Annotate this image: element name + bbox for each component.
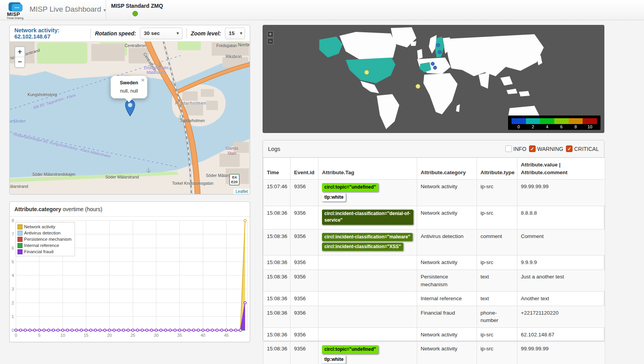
legend-label: Internal reference	[24, 243, 59, 248]
zoom-in-button[interactable]: +	[15, 47, 24, 57]
brand-dropdown[interactable]: MISP Live Dashboard▾	[30, 5, 106, 14]
rotation-speed-select[interactable]: 30 sec ▾	[140, 28, 183, 39]
zoom-level-select[interactable]: 15 ▾	[225, 28, 245, 39]
zoom-out-button[interactable]: −	[267, 38, 273, 44]
event-dot-yellow	[416, 84, 420, 89]
legend-segment	[540, 118, 554, 124]
cell-tags	[319, 292, 417, 306]
popup-subtitle: null, null	[114, 88, 144, 94]
filter-warning[interactable]: ✓ WARNING	[529, 145, 563, 152]
attribute-tag[interactable]: circl:incident-classification="denial-of…	[322, 210, 413, 225]
table-row: 15:08:36 9356 Network activity ip-src 9.…	[263, 256, 605, 270]
legend-segment	[526, 118, 540, 124]
svg-text:2: 2	[12, 301, 14, 305]
logo-word: MISP	[7, 11, 20, 17]
attribute-tag[interactable]: circl:incident-classification="malware"	[322, 233, 413, 241]
legend-segment	[583, 118, 597, 124]
log-level-filters: ✓ INFO ✓ WARNING ✓ CRITICAL	[505, 145, 599, 152]
road-badge-e4: E4	[231, 175, 238, 180]
legend-colorbar	[512, 118, 597, 124]
table-row: 15:08:36 9356 Financial fraud phone-numb…	[263, 306, 605, 327]
map-label: Gamla Stan	[223, 146, 241, 156]
legend-label: Financial fraud	[24, 249, 53, 254]
svg-text:8: 8	[12, 218, 14, 223]
cell-tags	[319, 306, 417, 327]
map-label: Riddarholmen	[175, 101, 206, 105]
cell-time: 15:08:36	[263, 342, 291, 364]
legend-item: Network activity	[17, 224, 71, 230]
map-label: Söder Mälarstrand	[105, 175, 139, 179]
cell-type: ip-src	[477, 206, 517, 229]
legend-swatch	[17, 237, 23, 242]
col-attribute-type: Attribute.type	[477, 158, 517, 180]
network-activity-map-panel: Network activity: 62.102.148.67 Rotation…	[9, 25, 250, 194]
filter-label: INFO	[513, 146, 526, 152]
cell-category: Network activity	[417, 342, 477, 364]
map-label: Centralbron	[125, 43, 146, 48]
svg-text:6: 6	[12, 246, 14, 250]
cell-tags	[319, 256, 417, 270]
cell-time: 15:08:36	[263, 270, 291, 292]
critical-checkbox[interactable]: ✓	[566, 145, 573, 152]
filter-label: CRITICAL	[574, 146, 599, 152]
anchor-icon: ⚓	[178, 115, 183, 120]
filter-info[interactable]: ✓ INFO	[505, 145, 526, 152]
table-row: 15:08:36 9356 circl:topic="undefined" tl…	[263, 342, 605, 364]
cell-event-id: 9356	[291, 270, 319, 292]
logs-panel: Logs ✓ INFO ✓ WARNING ✓ CRITICAL Time Ev…	[263, 140, 604, 341]
svg-text:20: 20	[107, 333, 112, 338]
cell-time: 15:08:36	[263, 292, 291, 306]
attribute-tag[interactable]: tlp:white	[322, 193, 346, 201]
leaflet-link[interactable]: Leaflet	[235, 189, 248, 194]
attribute-tag[interactable]: circl:topic="undefined"	[322, 183, 378, 191]
cell-value: 99.99.99.99	[517, 180, 605, 206]
cell-value: Another text	[517, 292, 605, 306]
road-badge: E4 E20	[229, 174, 240, 186]
cell-type: text	[477, 270, 517, 292]
col-event-id: Event.id	[291, 158, 319, 180]
chevron-down-icon: ▾	[177, 31, 179, 36]
map-popup: × Sweden null, null	[111, 76, 147, 98]
map-marker-icon[interactable]	[125, 99, 136, 117]
table-header-row: Time Event.id Attribute.Tag Attribute.ca…	[263, 158, 605, 180]
world-map-legend: 0 2 4 6 8 10	[508, 116, 600, 130]
warning-checkbox[interactable]: ✓	[529, 145, 536, 152]
attribute-tag[interactable]: circl:incident-classification="XSS"	[322, 243, 403, 251]
rotation-speed-label: Rotation speed:	[95, 30, 136, 37]
close-icon[interactable]: ×	[141, 77, 144, 83]
cell-time: 15:08:36	[263, 256, 291, 270]
event-dot-yellow	[365, 70, 369, 75]
map-label: Riddarfjärden	[10, 119, 26, 123]
map-label: Fredsgatan	[216, 43, 237, 48]
svg-text:45: 45	[224, 333, 229, 338]
zoom-in-button[interactable]: +	[267, 31, 273, 37]
zoom-level-value: 15	[229, 30, 235, 36]
world-map[interactable]: + − 0 2 4 6 8 10	[263, 25, 604, 133]
info-checkbox[interactable]: ✓	[505, 145, 512, 152]
cell-tags: circl:topic="undefined" tlp:white	[319, 180, 417, 206]
cell-category: Antivirus detection	[417, 229, 477, 256]
table-row: 15:08:36 9356 circl:incident-classificat…	[263, 206, 605, 229]
street-map[interactable]: Centralbron Centralbron Fredsgatan Riksb…	[10, 42, 250, 194]
filter-critical[interactable]: ✓ CRITICAL	[566, 145, 599, 152]
attribute-tag[interactable]: tlp:white	[322, 355, 346, 364]
legend-tick: 10	[583, 124, 597, 129]
cell-value: 62.102.148.67	[517, 327, 605, 342]
cell-value: 9.9.9.9	[517, 256, 605, 270]
col-attribute-tag: Attribute.Tag	[319, 158, 417, 180]
map-label: Mälarlunch	[146, 70, 165, 75]
svg-text:30: 30	[154, 333, 158, 338]
zoom-out-button[interactable]: −	[15, 57, 24, 67]
event-dot-blue	[437, 44, 440, 47]
attribute-tag[interactable]: circl:topic="undefined"	[322, 345, 378, 354]
world-zoom-control: + −	[267, 31, 273, 45]
cell-event-id: 9356	[291, 206, 319, 229]
logs-header: Logs ✓ INFO ✓ WARNING ✓ CRITICAL	[263, 140, 604, 158]
svg-text:5: 5	[12, 259, 14, 264]
cell-type: ip-src	[477, 327, 517, 342]
cell-tags: circl:incident-classification="denial-of…	[319, 206, 417, 229]
chart-title-bold: Attribute.category	[14, 206, 61, 212]
south-america-shape	[377, 94, 399, 129]
legend-item: Antivirus detection	[17, 230, 71, 236]
cell-event-id: 9356	[291, 229, 319, 256]
